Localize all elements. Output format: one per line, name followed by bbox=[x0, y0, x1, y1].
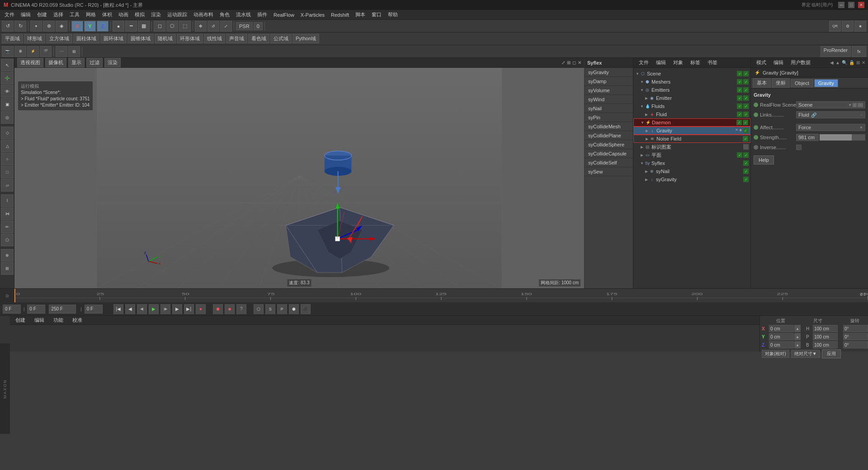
h-rot-input[interactable]: 0° bbox=[843, 325, 868, 332]
x-pos-input[interactable]: 0 cm bbox=[769, 325, 794, 332]
syflex-nail[interactable]: syNail bbox=[585, 104, 633, 113]
menu-motion[interactable]: 运动跟踪 bbox=[165, 10, 190, 19]
random-domain-btn[interactable]: 随机域 bbox=[155, 34, 176, 43]
strength-slider[interactable] bbox=[820, 134, 865, 141]
menu-plugins[interactable]: 插件 bbox=[255, 10, 270, 19]
cylinder-domain-btn[interactable]: 圆柱体域 bbox=[73, 34, 99, 43]
frame-current-field[interactable]: 0 F bbox=[27, 305, 45, 314]
prev-key-btn[interactable]: ◀| bbox=[137, 304, 147, 314]
cone-domain-btn[interactable]: 圆锥体域 bbox=[127, 34, 154, 43]
tree-sygravity[interactable]: ▶ ↓ syGravity ✓ bbox=[633, 175, 750, 183]
move-tool-btn[interactable]: ✥ bbox=[195, 21, 207, 32]
z-pos-input[interactable]: 0 cm bbox=[769, 341, 794, 348]
tree-pattern[interactable]: ▶ ▤ 标识图案 bbox=[633, 143, 750, 151]
python-domain-btn[interactable]: Python域 bbox=[292, 34, 319, 43]
workplane-btn[interactable]: ⬚ bbox=[179, 21, 191, 32]
scale-tool-btn[interactable]: ⤢ bbox=[220, 21, 232, 32]
tree-fluid[interactable]: ▶ ◈ Fluid ✓ ✓ bbox=[633, 110, 750, 118]
value-affect[interactable]: Force ▼ bbox=[796, 124, 865, 131]
filter-view-btn[interactable]: 过滤 bbox=[86, 58, 103, 67]
obj-tool1[interactable]: ◇ bbox=[1, 127, 14, 139]
next-key-btn[interactable]: |▶ bbox=[160, 304, 170, 314]
autokey-btn[interactable]: ⬛ bbox=[301, 304, 311, 314]
axis-x-btn[interactable]: X bbox=[71, 21, 83, 32]
cb-meshers-render[interactable]: ✓ bbox=[743, 79, 749, 85]
cb-pattern-vis[interactable] bbox=[743, 144, 749, 150]
extra-btn1[interactable]: ⚙ bbox=[842, 21, 854, 32]
syflex-wind[interactable]: syWind bbox=[585, 95, 633, 104]
sculpt-tool[interactable]: ⬡ bbox=[1, 234, 14, 246]
grid-btn[interactable]: ⊞ bbox=[68, 46, 80, 57]
cb-emitters-vis[interactable]: ✓ bbox=[737, 87, 742, 93]
select-tool[interactable]: ↖ bbox=[1, 59, 14, 71]
flat-domain-btn[interactable]: 平面域 bbox=[2, 34, 23, 43]
p-rot-input[interactable]: 0° bbox=[843, 333, 868, 340]
tree-meshers[interactable]: ▼ ⬢ Meshers ✓ ✓ bbox=[633, 78, 750, 86]
tab-edit[interactable]: 编辑 bbox=[31, 316, 48, 324]
obj-tool4[interactable]: □ bbox=[1, 166, 14, 179]
poly-mode-btn[interactable]: ▦ bbox=[138, 21, 150, 32]
obj-move-btn[interactable]: ⊕ bbox=[43, 21, 55, 32]
obj-tool5[interactable]: ▱ bbox=[1, 179, 14, 192]
misc-tool2[interactable]: ⊞ bbox=[1, 262, 14, 275]
y-pos-step[interactable]: ▲ bbox=[794, 333, 801, 340]
syflex-collide-capsule[interactable]: syCollideCapsule bbox=[585, 149, 633, 158]
strength-input[interactable]: 981 cm bbox=[796, 134, 819, 141]
redo-btn[interactable]: ↻ bbox=[14, 21, 26, 32]
menu-animate[interactable]: 动画 bbox=[116, 10, 131, 19]
minimize-btn[interactable]: ─ bbox=[838, 2, 844, 8]
viewport-3d[interactable]: Y X Z 运行模拟 Simulation *Scene*: > Fluid *… bbox=[14, 68, 584, 288]
tree-gravity[interactable]: ▶ ↓ Gravity ✕ ◈ ✓ bbox=[633, 127, 750, 135]
menu-help[interactable]: 帮助 bbox=[385, 10, 401, 19]
viewport-solo[interactable]: ◎ bbox=[1, 111, 14, 124]
stop-btn[interactable]: ■ bbox=[225, 304, 235, 314]
extra-btn2[interactable]: ★ bbox=[854, 21, 866, 32]
keyframe-btn[interactable]: ⬢ bbox=[289, 304, 299, 314]
menu-file[interactable]: 文件 bbox=[2, 10, 17, 19]
filter-btn[interactable]: ⚡ bbox=[27, 46, 39, 57]
scene-menu-bookmarks[interactable]: 书签 bbox=[705, 58, 720, 67]
menu-realflow[interactable]: RealFlow bbox=[271, 11, 297, 19]
cb-fluid-vis[interactable]: ✓ bbox=[737, 112, 742, 117]
menu-mesh[interactable]: 网格 bbox=[83, 10, 99, 19]
props-menu-edit[interactable]: 编辑 bbox=[771, 58, 786, 67]
menu-redshift[interactable]: Redshift bbox=[328, 11, 352, 19]
help-button[interactable]: Help bbox=[754, 155, 774, 164]
menu-create[interactable]: 创建 bbox=[34, 10, 50, 19]
undo-btn[interactable]: ↺ bbox=[2, 21, 14, 32]
obj-tool2[interactable]: △ bbox=[1, 140, 14, 152]
tab-calibrate[interactable]: 校准 bbox=[69, 316, 86, 324]
z-pos-step[interactable]: ▲ bbox=[794, 341, 801, 348]
b-rot-input[interactable]: 0° bbox=[843, 341, 868, 348]
obj-tool3[interactable]: ○ bbox=[1, 153, 14, 165]
tree-synail[interactable]: ▶ ⊕ syNail ✓ bbox=[633, 167, 750, 175]
question-btn[interactable]: ? bbox=[236, 304, 246, 314]
syflex-collide-sphere[interactable]: syCollideSphere bbox=[585, 140, 633, 149]
scale-btn[interactable]: ◈ bbox=[56, 21, 67, 32]
menu-edit[interactable]: 编辑 bbox=[18, 10, 33, 19]
cb-emitter-render[interactable]: ✓ bbox=[743, 95, 749, 101]
cb-noise-render[interactable]: ✓ bbox=[743, 136, 748, 141]
color-domain-btn[interactable]: 看色域 bbox=[248, 34, 269, 43]
cb-meshers-vis[interactable]: ✓ bbox=[737, 79, 742, 85]
menu-char[interactable]: 角色 bbox=[217, 10, 232, 19]
menu-pipeline[interactable]: 流水线 bbox=[233, 10, 254, 19]
scene-menu-tags[interactable]: 标签 bbox=[688, 58, 703, 67]
model-mode-btn[interactable]: ◻ bbox=[154, 21, 165, 32]
tree-emitter[interactable]: ▶ ◉ Emitter ✓ ✓ bbox=[633, 94, 750, 102]
tab-object[interactable]: Object bbox=[791, 79, 813, 87]
menu-cloth[interactable]: 动画布料 bbox=[191, 10, 216, 19]
cb-synail-render[interactable]: ✓ bbox=[743, 169, 749, 174]
render-region[interactable]: ▣ bbox=[1, 98, 14, 111]
menu-render[interactable]: 渲染 bbox=[148, 10, 164, 19]
view-label[interactable]: 透视视图 bbox=[17, 58, 43, 67]
anim-record-btn[interactable]: ⏺ bbox=[213, 304, 223, 314]
deform-tool2[interactable]: ⋈ bbox=[1, 207, 14, 220]
deform-tool1[interactable]: ⌇ bbox=[1, 194, 14, 207]
fx-btn[interactable]: fx bbox=[852, 46, 866, 57]
psr-label[interactable]: PSR bbox=[236, 22, 253, 30]
frame-input[interactable]: 250 F bbox=[49, 305, 76, 314]
tab-create[interactable]: 创建 bbox=[12, 316, 29, 324]
menu-select[interactable]: 选择 bbox=[51, 10, 66, 19]
axis-z-btn[interactable]: Z bbox=[97, 21, 108, 32]
